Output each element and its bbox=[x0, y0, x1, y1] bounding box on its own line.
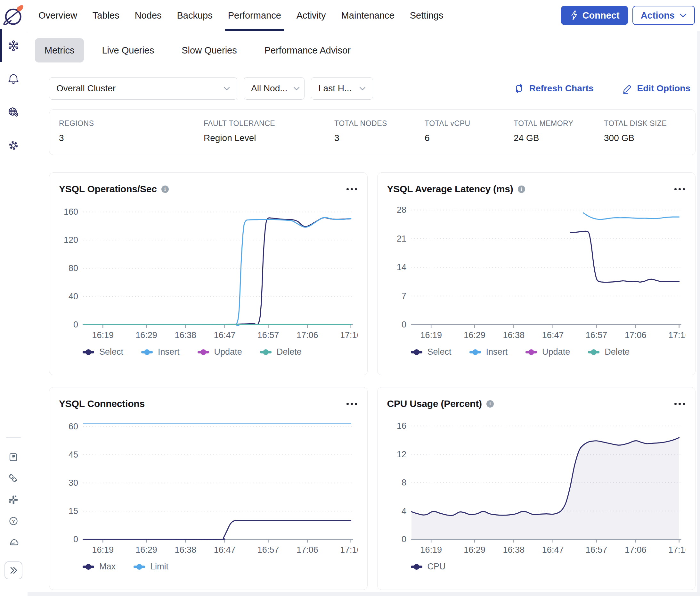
svg-text:16:57: 16:57 bbox=[257, 545, 279, 555]
actions-button[interactable]: Actions bbox=[632, 6, 695, 25]
sidebar-item-alerts[interactable] bbox=[0, 62, 27, 96]
legend-marker bbox=[469, 351, 481, 353]
tab-maintenance[interactable]: Maintenance bbox=[338, 0, 397, 31]
subtab-performance-advisor[interactable]: Performance Advisor bbox=[255, 38, 360, 63]
legend-marker-dot bbox=[414, 349, 419, 355]
menu-dot bbox=[355, 188, 357, 190]
subtab-slow-queries[interactable]: Slow Queries bbox=[172, 38, 246, 63]
chevron-down-icon bbox=[359, 86, 366, 91]
cluster-scope-select[interactable]: Overall Cluster bbox=[49, 77, 237, 100]
legend-item-select[interactable]: Select bbox=[411, 347, 451, 357]
svg-text:16:47: 16:47 bbox=[214, 545, 236, 555]
performance-subtabs: MetricsLive QueriesSlow QueriesPerforman… bbox=[27, 38, 700, 63]
info-icon[interactable] bbox=[518, 185, 525, 193]
integrations-plug-icon[interactable] bbox=[7, 472, 20, 485]
svg-text:17:06: 17:06 bbox=[296, 330, 318, 340]
cluster-summary: REGIONS3FAULT TOLERANCERegion LevelTOTAL… bbox=[49, 109, 696, 155]
legend-item-insert[interactable]: Insert bbox=[141, 347, 180, 357]
svg-text:?: ? bbox=[12, 518, 15, 524]
sidebar: ? bbox=[0, 0, 27, 596]
svg-text:16:47: 16:47 bbox=[542, 330, 564, 340]
docs-book-icon[interactable] bbox=[7, 451, 20, 464]
node-scope-select[interactable]: All Nod... bbox=[244, 77, 305, 100]
chevron-down-icon bbox=[293, 86, 300, 91]
tab-nodes[interactable]: Nodes bbox=[132, 0, 164, 31]
legend-marker-dot bbox=[263, 349, 269, 355]
info-icon[interactable] bbox=[161, 185, 169, 193]
yugabyte-planet-logo[interactable] bbox=[2, 3, 25, 29]
legend-item-limit[interactable]: Limit bbox=[133, 562, 168, 572]
info-icon[interactable] bbox=[486, 400, 494, 407]
subtab-live-queries[interactable]: Live Queries bbox=[92, 38, 164, 63]
legend-marker-dot bbox=[136, 564, 142, 570]
legend-marker bbox=[260, 351, 271, 353]
summary-label: REGIONS bbox=[59, 119, 204, 128]
tab-tables[interactable]: Tables bbox=[90, 0, 122, 31]
chart-menu-icon[interactable] bbox=[674, 185, 685, 193]
legend-label: Insert bbox=[486, 347, 508, 357]
sidebar-item-clusters[interactable] bbox=[0, 29, 27, 62]
connect-button[interactable]: Connect bbox=[561, 6, 628, 25]
connect-label: Connect bbox=[582, 10, 620, 21]
menu-dot bbox=[346, 403, 349, 405]
chart-menu-icon[interactable] bbox=[346, 400, 358, 407]
sidebar-item-settings[interactable] bbox=[0, 129, 27, 162]
chart-title: YSQL Connections bbox=[59, 398, 145, 409]
tab-activity[interactable]: Activity bbox=[294, 0, 329, 31]
refresh-charts-button[interactable]: Refresh Charts bbox=[513, 83, 594, 94]
svg-text:45: 45 bbox=[69, 450, 78, 460]
svg-text:17:06: 17:06 bbox=[625, 330, 647, 340]
summary-stat-total-disk-size: TOTAL DISK SIZE300 GB bbox=[604, 119, 695, 155]
svg-text:17:16: 17:16 bbox=[340, 330, 358, 340]
edit-options-button[interactable]: Edit Options bbox=[621, 83, 691, 94]
legend-marker bbox=[83, 351, 94, 353]
node-scope-value: All Nod... bbox=[251, 83, 288, 94]
tab-settings[interactable]: Settings bbox=[407, 0, 446, 31]
cloud-status-icon[interactable] bbox=[7, 536, 20, 549]
summary-stat-total-nodes: TOTAL NODES3 bbox=[334, 119, 424, 155]
svg-text:17:06: 17:06 bbox=[296, 545, 318, 555]
legend-marker-dot bbox=[472, 349, 478, 355]
svg-text:17:16: 17:16 bbox=[668, 330, 685, 340]
legend-marker bbox=[141, 351, 153, 353]
legend-marker-dot bbox=[85, 564, 91, 570]
legend-marker-dot bbox=[144, 349, 150, 355]
edit-pencil-icon bbox=[621, 83, 633, 94]
chart-plot-ysql-connections: 01530456016:1916:2916:3816:4716:5717:061… bbox=[59, 413, 358, 558]
time-range-select[interactable]: Last H... bbox=[311, 77, 373, 100]
summary-stat-total-vcpu: TOTAL vCPU6 bbox=[424, 119, 514, 155]
svg-text:28: 28 bbox=[396, 205, 406, 215]
help-question-icon[interactable]: ? bbox=[7, 515, 20, 527]
chart-menu-icon[interactable] bbox=[346, 185, 358, 193]
summary-label: TOTAL vCPU bbox=[424, 119, 514, 128]
legend-item-max[interactable]: Max bbox=[83, 562, 115, 572]
chart-plot-cpu-usage: 048121616:1916:2916:3816:4716:5717:0617:… bbox=[387, 413, 686, 558]
tab-backups[interactable]: Backups bbox=[174, 0, 215, 31]
legend-item-insert[interactable]: Insert bbox=[469, 347, 508, 357]
legend-item-delete[interactable]: Delete bbox=[260, 347, 302, 357]
legend-item-cpu[interactable]: CPU bbox=[411, 562, 446, 572]
page-background-strip bbox=[28, 592, 700, 596]
svg-text:16:38: 16:38 bbox=[503, 545, 524, 555]
legend-label: Limit bbox=[150, 562, 168, 572]
legend-marker bbox=[411, 351, 422, 353]
legend-marker-dot bbox=[201, 349, 206, 355]
tab-performance[interactable]: Performance bbox=[225, 0, 284, 31]
legend-marker-dot bbox=[414, 564, 419, 570]
legend-item-select[interactable]: Select bbox=[83, 347, 123, 357]
svg-text:4: 4 bbox=[401, 506, 406, 516]
svg-text:0: 0 bbox=[401, 535, 406, 544]
chart-title: YSQL Average Latency (ms) bbox=[387, 183, 513, 195]
legend-item-update[interactable]: Update bbox=[525, 347, 570, 357]
chart-menu-icon[interactable] bbox=[674, 400, 685, 407]
summary-label: TOTAL NODES bbox=[334, 119, 424, 128]
expand-sidebar-icon[interactable] bbox=[4, 562, 22, 579]
slack-icon[interactable] bbox=[7, 494, 20, 506]
subtab-metrics[interactable]: Metrics bbox=[35, 38, 84, 63]
tab-overview[interactable]: Overview bbox=[35, 0, 80, 31]
network-globe-gear-icon bbox=[7, 106, 20, 119]
chart-legend: SelectInsertUpdateDelete bbox=[59, 347, 358, 357]
legend-item-delete[interactable]: Delete bbox=[588, 347, 629, 357]
legend-item-update[interactable]: Update bbox=[198, 347, 242, 357]
sidebar-item-network[interactable] bbox=[0, 96, 27, 129]
